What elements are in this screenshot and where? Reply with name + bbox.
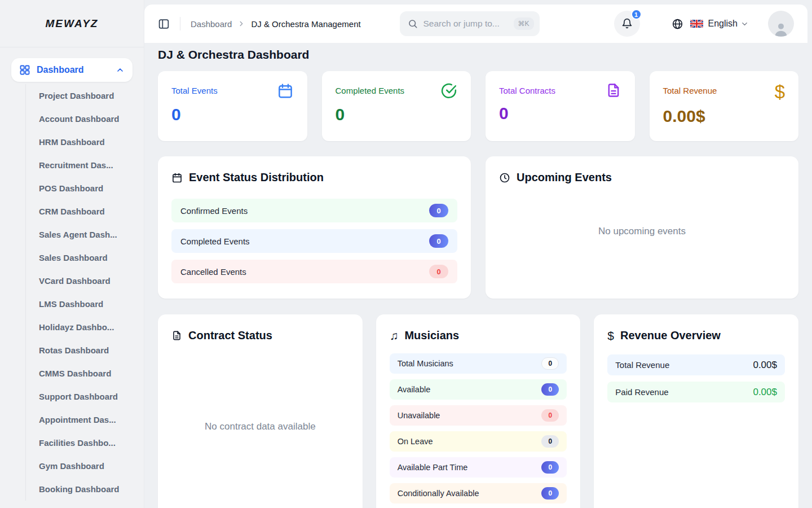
search-shortcut-badge: ⌘K bbox=[514, 17, 534, 30]
musicians-row-on-leave: On Leave 0 bbox=[390, 431, 567, 452]
user-avatar[interactable] bbox=[768, 11, 794, 37]
check-circle-icon bbox=[440, 82, 457, 99]
event-status-row-cancelled: Cancelled Events 0 bbox=[171, 260, 457, 283]
sidebar-item-recruitment-dashboard[interactable]: Recruitment Das... bbox=[26, 154, 133, 177]
sidebar-toggle-button[interactable] bbox=[158, 18, 170, 30]
clock-icon bbox=[499, 172, 510, 183]
sidebar-item-appointment-dashboard[interactable]: Appointment Das... bbox=[26, 408, 133, 431]
sidebar-item-booking-dashboard[interactable]: Booking Dashboard bbox=[26, 478, 133, 501]
stat-value: 0 bbox=[336, 105, 458, 124]
stat-label: Total Events bbox=[171, 86, 218, 95]
sidebar-item-cmms-dashboard[interactable]: CMMS Dashboard bbox=[26, 362, 133, 385]
musicians-row-available: Available 0 bbox=[390, 379, 567, 400]
sidebar-item-label: Dashboard bbox=[37, 65, 116, 75]
app-logo: MEWAYZ bbox=[46, 17, 99, 30]
page-title: DJ & Orchestra Dashboard bbox=[158, 48, 798, 62]
stat-card-total-contracts: Total Contracts 0 bbox=[486, 71, 635, 141]
event-status-panel: Event Status Distribution Confirmed Even… bbox=[158, 156, 471, 299]
search-input[interactable]: Search or jump to... ⌘K bbox=[400, 11, 540, 36]
count-badge: 0 bbox=[541, 383, 559, 396]
stat-card-completed-events: Completed Events 0 bbox=[322, 71, 471, 141]
revenue-row-total: Total Revenue 0.00$ bbox=[607, 354, 785, 375]
chevron-up-icon bbox=[116, 65, 125, 75]
bell-icon bbox=[621, 18, 633, 29]
stat-label: Completed Events bbox=[336, 86, 405, 95]
empty-state-text: No upcoming events bbox=[499, 184, 785, 279]
file-icon bbox=[171, 330, 182, 341]
middle-panels-row: Event Status Distribution Confirmed Even… bbox=[158, 156, 798, 299]
row-label: Available bbox=[398, 385, 431, 394]
panel-title: Upcoming Events bbox=[517, 171, 612, 184]
contract-status-panel: Contract Status No contract data availab… bbox=[158, 314, 363, 508]
revenue-value: 0.00$ bbox=[753, 360, 777, 371]
count-badge: 0 bbox=[541, 461, 559, 474]
notifications-button[interactable]: 1 bbox=[614, 11, 640, 37]
count-badge: 0 bbox=[429, 204, 448, 217]
row-label: Completed Events bbox=[180, 237, 250, 246]
document-icon bbox=[606, 82, 621, 98]
sidebar-item-facilities-dashboard[interactable]: Facilities Dashbo... bbox=[26, 431, 133, 454]
stat-card-total-revenue: Total Revenue $ 0.00$ bbox=[650, 71, 799, 141]
stat-value: 0.00$ bbox=[663, 107, 785, 126]
event-status-row-confirmed: Confirmed Events 0 bbox=[171, 199, 457, 222]
breadcrumb-dashboard-link[interactable]: Dashboard bbox=[191, 19, 232, 29]
count-badge: 0 bbox=[429, 234, 448, 248]
row-label: Cancelled Events bbox=[180, 267, 246, 277]
chevron-right-icon bbox=[237, 20, 245, 28]
sidebar-submenu: Project Dashboard Account Dashboard HRM … bbox=[25, 84, 133, 501]
panel-title: Revenue Overview bbox=[620, 329, 721, 342]
grid-icon bbox=[19, 64, 30, 76]
stat-value: 0 bbox=[171, 105, 294, 124]
revenue-value: 0.00$ bbox=[753, 387, 777, 398]
sidebar-item-holidayz-dashboard[interactable]: Holidayz Dashbo... bbox=[26, 316, 133, 339]
stat-value: 0 bbox=[499, 104, 621, 123]
sidebar-item-crm-dashboard[interactable]: CRM Dashboard bbox=[26, 200, 133, 223]
uk-flag-icon bbox=[690, 20, 703, 28]
count-badge: 0 bbox=[541, 487, 559, 500]
sidebar-item-dashboard[interactable]: Dashboard bbox=[11, 58, 133, 82]
upcoming-events-panel: Upcoming Events No upcoming events bbox=[486, 156, 798, 299]
sidebar-item-hrm-dashboard[interactable]: HRM Dashboard bbox=[26, 130, 133, 154]
language-selector[interactable]: English bbox=[672, 18, 749, 30]
empty-state-text: No contract data available bbox=[171, 342, 349, 508]
sidebar-item-sales-dashboard[interactable]: Sales Dashboard bbox=[26, 246, 133, 269]
row-label: Total Musicians bbox=[398, 359, 453, 368]
sidebar: MEWAYZ Dashboard Project Dashboard Accou… bbox=[0, 0, 144, 508]
musicians-row-unavailable: Unavailable 0 bbox=[390, 405, 567, 426]
musicians-row-conditionally-available: Conditionally Available 0 bbox=[390, 483, 567, 503]
music-note-icon: ♫ bbox=[390, 330, 399, 341]
row-label: Unavailable bbox=[398, 411, 440, 420]
row-label: On Leave bbox=[398, 437, 433, 446]
globe-icon bbox=[672, 18, 683, 30]
stat-label: Total Revenue bbox=[663, 86, 717, 95]
search-placeholder: Search or jump to... bbox=[423, 19, 514, 29]
count-badge: 0 bbox=[541, 357, 559, 370]
count-badge: 0 bbox=[429, 265, 448, 278]
bottom-panels-row: Contract Status No contract data availab… bbox=[158, 314, 798, 508]
sidebar-item-gym-dashboard[interactable]: Gym Dashboard bbox=[26, 454, 133, 478]
breadcrumb-current: DJ & Orchestra Management bbox=[251, 19, 360, 29]
revenue-row-paid: Paid Revenue 0.00$ bbox=[607, 382, 785, 402]
breadcrumb: Dashboard DJ & Orchestra Management bbox=[191, 19, 361, 29]
sidebar-item-rotas-dashboard[interactable]: Rotas Dashboard bbox=[26, 339, 133, 362]
sidebar-item-account-dashboard[interactable]: Account Dashboard bbox=[26, 107, 133, 130]
count-badge: 0 bbox=[541, 435, 559, 448]
language-label: English bbox=[708, 19, 738, 29]
search-icon bbox=[408, 19, 418, 29]
sidebar-item-project-dashboard[interactable]: Project Dashboard bbox=[26, 84, 133, 107]
musicians-row-part-time: Available Part Time 0 bbox=[390, 457, 567, 478]
sidebar-item-support-dashboard[interactable]: Support Dashboard bbox=[26, 385, 133, 408]
sidebar-item-sales-agent-dashboard[interactable]: Sales Agent Dash... bbox=[26, 223, 133, 246]
musicians-row-total: Total Musicians 0 bbox=[390, 353, 567, 374]
sidebar-item-lms-dashboard[interactable]: LMS Dashboard bbox=[26, 292, 133, 316]
sidebar-item-vcard-dashboard[interactable]: VCard Dashboard bbox=[26, 269, 133, 292]
row-label: Total Revenue bbox=[615, 360, 669, 370]
stat-label: Total Contracts bbox=[499, 86, 555, 95]
panel-title: Musicians bbox=[404, 329, 459, 342]
dollar-icon: $ bbox=[775, 82, 785, 101]
header-divider bbox=[180, 17, 180, 30]
sidebar-item-pos-dashboard[interactable]: POS Dashboard bbox=[26, 177, 133, 200]
logo-container: MEWAYZ bbox=[0, 0, 144, 47]
panel-title: Event Status Distribution bbox=[189, 171, 324, 184]
notification-count-badge: 1 bbox=[631, 9, 642, 20]
